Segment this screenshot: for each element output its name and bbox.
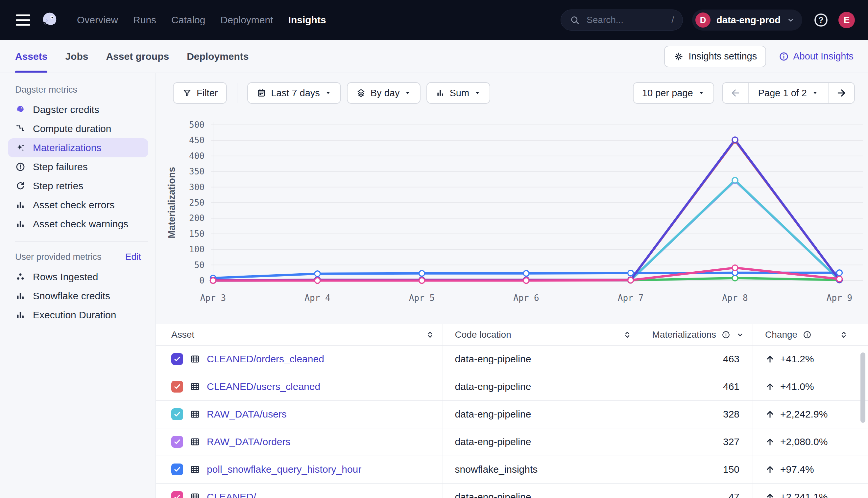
sort-icon[interactable] bbox=[623, 330, 631, 339]
per-page-button[interactable]: 10 per page bbox=[633, 82, 714, 104]
asset-link[interactable]: RAW_DATA/orders bbox=[207, 436, 291, 447]
info-icon[interactable] bbox=[803, 330, 812, 339]
chart-point[interactable] bbox=[523, 271, 529, 276]
sort-icon[interactable] bbox=[839, 330, 848, 339]
sidebar-item-dagster-credits[interactable]: Dagster credits bbox=[8, 100, 148, 119]
x-tick-label: Apr 3 bbox=[200, 293, 226, 303]
chart-point[interactable] bbox=[210, 278, 216, 284]
sidebar-item-rows-ingested[interactable]: Rows Ingested bbox=[8, 267, 148, 286]
arrow-up-icon bbox=[765, 492, 775, 498]
asset-link[interactable]: RAW_DATA/users bbox=[207, 409, 287, 420]
tab-asset-groups[interactable]: Asset groups bbox=[106, 40, 169, 73]
chart-point[interactable] bbox=[523, 278, 529, 284]
arrow-up-icon bbox=[765, 409, 775, 419]
column-header-code-location[interactable]: Code location bbox=[443, 324, 640, 345]
column-header-change[interactable]: Change bbox=[753, 324, 868, 345]
previous-page-button[interactable] bbox=[723, 83, 748, 103]
next-page-button[interactable] bbox=[829, 83, 854, 103]
about-insights-link[interactable]: About Insights bbox=[779, 51, 854, 62]
hamburger-menu-icon[interactable] bbox=[16, 14, 30, 26]
sidebar-item-execution-duration[interactable]: Execution Duration bbox=[8, 305, 148, 325]
column-header-asset[interactable]: Asset bbox=[156, 324, 443, 345]
sort-icon[interactable] bbox=[426, 330, 434, 339]
insights-settings-button[interactable]: Insights settings bbox=[664, 45, 766, 67]
group-by-button[interactable]: By day bbox=[347, 82, 421, 104]
chart-point[interactable] bbox=[628, 270, 634, 276]
caret-down-icon bbox=[404, 89, 411, 96]
chart-point[interactable] bbox=[419, 271, 425, 276]
table-row: RAW_DATA/orders data-eng-pipeline 327 +2… bbox=[156, 428, 868, 456]
edit-metrics-link[interactable]: Edit bbox=[125, 252, 141, 262]
sidebar-item-snowflake-credits[interactable]: Snowflake credits bbox=[8, 286, 148, 305]
chart-point[interactable] bbox=[732, 265, 738, 271]
nav-deployment[interactable]: Deployment bbox=[220, 14, 273, 26]
aggregation-button[interactable]: Sum bbox=[426, 82, 490, 104]
sidebar-item-step-failures[interactable]: Step failures bbox=[8, 157, 148, 176]
page-indicator-dropdown[interactable]: Page 1 of 2 bbox=[748, 83, 829, 103]
sidebar-item-compute-duration[interactable]: Compute duration bbox=[8, 119, 148, 138]
table-asset-icon bbox=[190, 354, 200, 364]
nav-runs[interactable]: Runs bbox=[133, 14, 156, 26]
table-scrollbar-thumb[interactable] bbox=[860, 353, 865, 423]
chevron-down-icon[interactable] bbox=[736, 330, 744, 339]
table-header-row: Asset Code location bbox=[156, 324, 868, 345]
asset-link[interactable]: CLEANED/users_cleaned bbox=[207, 381, 320, 392]
series-checkbox[interactable] bbox=[171, 353, 183, 365]
organization-switcher[interactable]: D data-eng-prod bbox=[692, 10, 802, 30]
global-search[interactable]: / bbox=[561, 10, 683, 30]
materializations-value: 150 bbox=[640, 456, 753, 483]
chart-point[interactable] bbox=[837, 276, 842, 282]
dagster-octopus-icon bbox=[15, 104, 26, 115]
nav-catalog[interactable]: Catalog bbox=[171, 14, 205, 26]
series-checkbox[interactable] bbox=[171, 463, 183, 475]
chart-point[interactable] bbox=[315, 271, 320, 277]
series-checkbox[interactable] bbox=[171, 491, 183, 498]
x-tick-label: Apr 4 bbox=[305, 293, 330, 303]
chart-point[interactable] bbox=[732, 137, 738, 143]
series-checkbox[interactable] bbox=[171, 436, 183, 448]
y-tick-label: 300 bbox=[189, 182, 204, 192]
chart-point[interactable] bbox=[628, 278, 634, 283]
series-checkbox[interactable] bbox=[171, 381, 183, 393]
org-name: data-eng-prod bbox=[716, 15, 780, 26]
change-value: +41.0% bbox=[780, 381, 814, 392]
arrow-up-icon bbox=[765, 437, 775, 447]
table-row: RAW_DATA/users data-eng-pipeline 328 +2,… bbox=[156, 401, 868, 428]
chart-point[interactable] bbox=[837, 270, 842, 276]
series-checkbox[interactable] bbox=[171, 408, 183, 420]
tab-assets[interactable]: Assets bbox=[15, 40, 47, 73]
materializations-line-chart: Materializations 05010015020025030035040… bbox=[156, 118, 868, 309]
x-tick-label: Apr 9 bbox=[827, 293, 852, 303]
x-tick-label: Apr 8 bbox=[722, 293, 748, 303]
asset-link[interactable]: CLEANED/… bbox=[207, 492, 266, 498]
dagster-logo[interactable] bbox=[41, 11, 59, 29]
asset-link[interactable]: poll_snowflake_query_history_hour bbox=[207, 464, 361, 475]
sidebar-item-asset-check-errors[interactable]: Asset check errors bbox=[8, 195, 148, 214]
sidebar-item-asset-check-warnings[interactable]: Asset check warnings bbox=[8, 214, 148, 234]
chart-toolbar: Filter Last 7 days By day bbox=[156, 82, 868, 104]
arrow-left-icon bbox=[730, 87, 741, 99]
tab-deployments[interactable]: Deployments bbox=[187, 40, 248, 73]
sidebar-item-step-retries[interactable]: Step retries bbox=[8, 176, 148, 195]
layers-icon bbox=[356, 88, 366, 98]
toolbar-divider bbox=[237, 83, 238, 103]
tab-jobs[interactable]: Jobs bbox=[65, 40, 88, 73]
search-input[interactable] bbox=[586, 14, 665, 26]
date-range-button[interactable]: Last 7 days bbox=[247, 82, 341, 104]
help-button[interactable]: ? bbox=[814, 12, 829, 28]
column-header-materializations[interactable]: Materializations bbox=[640, 324, 753, 345]
info-icon[interactable] bbox=[722, 330, 730, 339]
chart-point[interactable] bbox=[419, 278, 425, 284]
code-location-value: data-eng-pipeline bbox=[443, 353, 639, 365]
nav-overview[interactable]: Overview bbox=[77, 14, 118, 26]
sidebar-item-materializations[interactable]: Materializations bbox=[8, 138, 148, 157]
chart-point[interactable] bbox=[732, 178, 738, 183]
dots-icon bbox=[15, 272, 26, 282]
nav-insights[interactable]: Insights bbox=[288, 14, 326, 26]
dagster-metrics-section-title: Dagster metrics bbox=[15, 85, 77, 95]
chart-point[interactable] bbox=[315, 278, 320, 284]
y-tick-label: 50 bbox=[194, 260, 204, 270]
filter-button[interactable]: Filter bbox=[173, 82, 227, 104]
asset-link[interactable]: CLEANED/orders_cleaned bbox=[207, 353, 324, 365]
user-avatar[interactable]: E bbox=[839, 12, 855, 28]
